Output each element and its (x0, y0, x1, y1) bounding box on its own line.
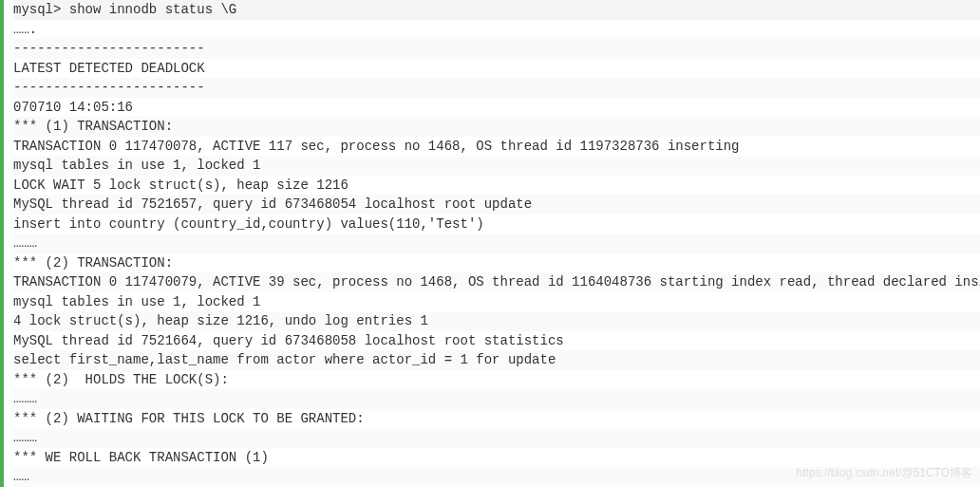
terminal-line: LATEST DETECTED DEADLOCK (13, 59, 980, 79)
terminal-line: *** (2) HOLDS THE LOCK(S): (13, 370, 980, 390)
terminal-line: ……… (13, 389, 980, 409)
terminal-line: ------------------------ (13, 39, 980, 59)
terminal-line: TRANSACTION 0 117470078, ACTIVE 117 sec,… (13, 137, 980, 157)
terminal-line: mysql tables in use 1, locked 1 (13, 156, 980, 176)
terminal-line: ……. (13, 20, 980, 40)
terminal-line: …… (13, 467, 980, 487)
terminal-line: 070710 14:05:16 (13, 98, 980, 118)
terminal-line: ……… (13, 428, 980, 448)
terminal-output: mysql> show innodb status \G ……. -------… (0, 0, 980, 487)
terminal-line: *** (2) TRANSACTION: (13, 253, 980, 273)
terminal-line: ------------------------ (13, 78, 980, 98)
terminal-line: MySQL thread id 7521657, query id 673468… (13, 195, 980, 215)
terminal-line: insert into country (country_id,country)… (13, 215, 980, 234)
terminal-line: TRANSACTION 0 117470079, ACTIVE 39 sec, … (13, 272, 980, 292)
terminal-line: 4 lock struct(s), heap size 1216, undo l… (13, 311, 980, 331)
terminal-line: *** (2) WAITING FOR THIS LOCK TO BE GRAN… (13, 409, 980, 429)
terminal-line: LOCK WAIT 5 lock struct(s), heap size 12… (13, 176, 980, 196)
terminal-line: ……… (13, 233, 980, 253)
terminal-line: select first_name,last_name from actor w… (13, 350, 980, 370)
terminal-line: mysql> show innodb status \G (13, 0, 980, 20)
terminal-line: MySQL thread id 7521664, query id 673468… (13, 331, 980, 351)
terminal-line: mysql tables in use 1, locked 1 (13, 292, 980, 312)
terminal-line: *** WE ROLL BACK TRANSACTION (1) (13, 448, 980, 468)
terminal-line: *** (1) TRANSACTION: (13, 117, 980, 137)
